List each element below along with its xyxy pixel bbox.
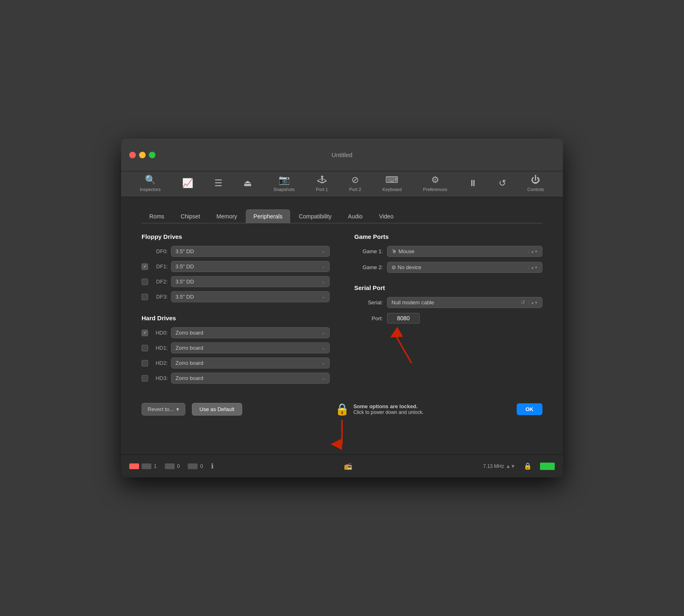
game1-badge: 🖱 Mouse: [392, 248, 414, 254]
mhz-display: 7.13 MHz ▲▼: [483, 463, 515, 469]
port1-icon: 🕹: [317, 175, 326, 185]
hd2-value: Zorro board: [176, 360, 203, 366]
hd1-checkbox[interactable]: [142, 345, 148, 351]
df2-select[interactable]: 3.5" DD ⌄: [171, 276, 330, 287]
df3-checkbox[interactable]: [142, 294, 148, 300]
tab-roms[interactable]: Roms: [142, 209, 172, 223]
hd3-checkbox[interactable]: [142, 375, 148, 382]
tab-peripherals[interactable]: Peripherals: [246, 209, 290, 223]
status-power-indicator: [540, 463, 555, 470]
toolbar-pause[interactable]: ⏸: [468, 178, 477, 189]
df1-label: DF1:: [151, 263, 168, 270]
hd3-select[interactable]: Zorro board ⌄: [171, 373, 330, 384]
status-indicator-1: 1: [129, 463, 157, 469]
right-panel: Game Ports Game 1: 🖱 Mouse ▲▼ Game 2:: [354, 233, 542, 388]
serial-row: Serial: Null modem cable ↺ ▲▼: [354, 297, 542, 308]
toolbar-port2[interactable]: ⊘ Port 2: [349, 175, 361, 192]
hd2-chevron-icon: ⌄: [322, 360, 325, 366]
hd0-label: HD0:: [151, 330, 168, 336]
df1-checkbox[interactable]: [142, 263, 148, 270]
df0-select[interactable]: 3.5" DD ⌄: [171, 246, 330, 257]
inspectors-label: Inspectors: [140, 187, 161, 192]
hd3-value: Zorro board: [176, 375, 203, 381]
df1-select[interactable]: 3.5" DD ⌄: [171, 261, 330, 272]
serial-spinner-icon[interactable]: ▲▼: [529, 301, 538, 305]
status-rect-red: [129, 463, 139, 469]
inspectors-icon: 🔍: [145, 175, 156, 185]
tab-audio[interactable]: Audio: [340, 209, 371, 223]
port-input[interactable]: 8080: [387, 313, 420, 324]
toolbar-snapshots[interactable]: 📷 Snapshots: [273, 175, 295, 192]
power-icon: ⏻: [531, 175, 540, 185]
game1-spinner-icon[interactable]: ▲▼: [529, 250, 538, 254]
toolbar-rewind[interactable]: ↺: [499, 178, 506, 189]
port-section: Port: 8080: [354, 313, 542, 365]
status-rect-gray-1: [142, 463, 151, 469]
game2-select[interactable]: ⊘ No device ▲▼: [387, 262, 542, 273]
port2-icon: ⊘: [351, 175, 359, 185]
port-label: Port:: [354, 315, 383, 321]
df2-label: DF2:: [151, 279, 168, 285]
toolbar-lines[interactable]: ☰: [214, 178, 223, 189]
eject-icon: ⏏: [243, 178, 252, 189]
mhz-arrows-icon[interactable]: ▲▼: [506, 463, 515, 469]
hd0-checkbox[interactable]: [142, 330, 148, 336]
toolbar-controls[interactable]: ⏻ Controls: [527, 175, 544, 192]
game1-row: Game 1: 🖱 Mouse ▲▼: [354, 246, 542, 257]
hd0-select[interactable]: Zorro board ⌄: [171, 327, 330, 338]
game2-spinner-icon[interactable]: ▲▼: [529, 265, 538, 270]
minimize-button[interactable]: [139, 152, 146, 158]
hd1-chevron-icon: ⌄: [322, 345, 325, 351]
main-window: Untitled 🔍 Inspectors 📈 ☰ ⏏ 📷 Snapshots …: [121, 139, 563, 477]
status-indicator-3: 0: [188, 463, 203, 469]
serial-label: Serial:: [354, 299, 383, 306]
df2-checkbox[interactable]: [142, 279, 148, 285]
tab-video[interactable]: Video: [371, 209, 401, 223]
snapshots-label: Snapshots: [273, 187, 295, 192]
status-indicator-2: 0: [165, 463, 180, 469]
hd2-select[interactable]: Zorro board ⌄: [171, 357, 330, 369]
traffic-lights: [129, 152, 155, 158]
toolbar-port1[interactable]: 🕹 Port 1: [316, 175, 328, 192]
hd2-label: HD2:: [151, 360, 168, 366]
lock-section[interactable]: 🔒 Some options are locked. Click to powe…: [249, 402, 510, 416]
game2-badge: ⊘ No device: [392, 264, 421, 270]
preferences-label: Preferences: [423, 187, 447, 192]
game2-icon: ⊘: [392, 264, 396, 270]
toolbar-inspectors[interactable]: 🔍 Inspectors: [140, 175, 161, 192]
close-button[interactable]: [129, 152, 136, 158]
df0-label: DF0:: [151, 248, 168, 254]
game1-value: Mouse: [398, 248, 414, 254]
game1-select[interactable]: 🖱 Mouse ▲▼: [387, 246, 542, 257]
df0-value: 3.5" DD: [176, 248, 194, 254]
hd2-checkbox[interactable]: [142, 360, 148, 366]
df1-value: 3.5" DD: [176, 263, 194, 270]
df3-select[interactable]: 3.5" DD ⌄: [171, 291, 330, 302]
game1-icon: 🖱: [392, 248, 397, 254]
pause-icon: ⏸: [468, 178, 477, 189]
game2-row: Game 2: ⊘ No device ▲▼: [354, 262, 542, 273]
hd3-row: HD3: Zorro board ⌄: [142, 373, 330, 384]
df2-value: 3.5" DD: [176, 279, 194, 285]
lock-status-icon: 🔒: [524, 462, 532, 470]
tab-memory[interactable]: Memory: [209, 209, 245, 223]
port1-label: Port 1: [316, 187, 328, 192]
use-as-default-button[interactable]: Use as Default: [192, 403, 242, 416]
game2-value: No device: [398, 264, 421, 270]
status-value-1: 1: [154, 463, 157, 469]
hd1-select[interactable]: Zorro board ⌄: [171, 342, 330, 353]
preferences-icon: ⚙: [431, 175, 439, 185]
serial-select[interactable]: Null modem cable ↺ ▲▼: [387, 297, 542, 308]
port2-label: Port 2: [349, 187, 361, 192]
toolbar-eject[interactable]: ⏏: [243, 178, 252, 189]
toolbar-keyboard[interactable]: ⌨ Keyboard: [382, 175, 402, 192]
toolbar-activity[interactable]: 📈: [182, 178, 193, 189]
hd0-row: HD0: Zorro board ⌄: [142, 327, 330, 338]
tab-compatibility[interactable]: Compatibility: [291, 209, 339, 223]
toolbar-preferences[interactable]: ⚙ Preferences: [423, 175, 447, 192]
maximize-button[interactable]: [149, 152, 155, 158]
revert-button[interactable]: Revert to... ▾: [142, 403, 185, 416]
tab-chipset[interactable]: Chipset: [173, 209, 208, 223]
snapshots-icon: 📷: [279, 175, 290, 185]
ok-button[interactable]: OK: [517, 403, 543, 415]
